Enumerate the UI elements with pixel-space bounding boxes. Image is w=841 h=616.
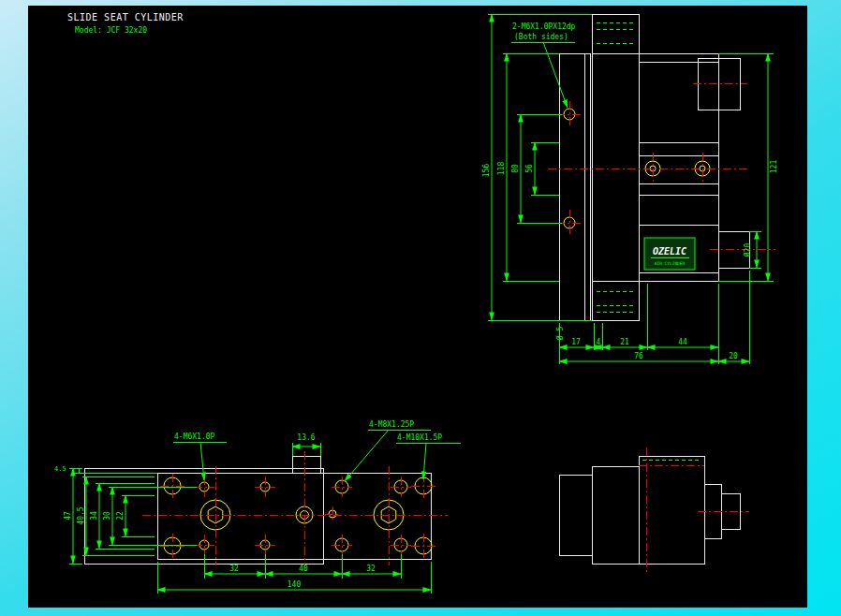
top-view-outline bbox=[84, 456, 431, 564]
dim-34: 34 bbox=[90, 511, 98, 521]
dim-118: 118 bbox=[497, 162, 506, 176]
drawing-title: SLIDE SEAT CYLINDER bbox=[67, 12, 184, 22]
front-view-centerlines bbox=[548, 83, 775, 249]
side-body-outline bbox=[639, 456, 704, 564]
callout-m6: 4-M6X1.0P bbox=[174, 433, 215, 441]
side-plate-outline bbox=[559, 475, 592, 555]
dim-76: 76 bbox=[634, 352, 643, 360]
side-flange-outline bbox=[592, 466, 639, 564]
dim-80: 80 bbox=[511, 164, 520, 173]
top-view-callouts: 4-M6X1.0P 4-M8X1.25P 4-M10X1.5P bbox=[173, 420, 461, 481]
dim-dia-20: Ø20 bbox=[743, 243, 752, 257]
brand-subtitle: AIR CYLINDER bbox=[655, 261, 686, 266]
brand-stamp: OZELIC AIR CYLINDER bbox=[644, 238, 695, 270]
dim-22: 22 bbox=[116, 511, 125, 521]
dim-32-right: 32 bbox=[366, 565, 376, 573]
sensor-tab-outline bbox=[292, 456, 320, 473]
brand-name: OZELIC bbox=[653, 246, 686, 257]
front-view: 156 118 80 56 121 Ø20 17 4 21 44 76 20 Ø… bbox=[482, 14, 778, 364]
dim-21: 21 bbox=[620, 338, 629, 346]
hidden-port-lines bbox=[597, 22, 634, 312]
front-view-outline bbox=[559, 14, 749, 320]
top-view: 4.5 47 40.5 34 30 22 32 40 32 140 13.6 4… bbox=[54, 420, 461, 594]
note-m6-thread: 2-M6X1.0PX12dp bbox=[512, 22, 576, 31]
dim-156: 156 bbox=[482, 164, 491, 178]
dim-4: 4 bbox=[597, 338, 601, 346]
port-callout: 2-M6X1.0PX12dp (Both sides) bbox=[511, 22, 576, 108]
cad-drawing: SLIDE SEAT CYLINDER Model: JCF 32x20 bbox=[28, 6, 807, 608]
drawing-canvas: SLIDE SEAT CYLINDER Model: JCF 32x20 bbox=[28, 6, 807, 608]
dim-40-5: 40.5 bbox=[77, 506, 85, 524]
drawing-model: Model: JCF 32x20 bbox=[75, 26, 147, 35]
dim-47: 47 bbox=[64, 511, 72, 521]
slide-plate-outline bbox=[559, 53, 590, 320]
callout-m8: 4-M8X1.25P bbox=[369, 420, 414, 429]
dim-20: 20 bbox=[729, 352, 738, 360]
dim-140: 140 bbox=[288, 580, 302, 589]
cad-app-background: { "title_block": { "title": "SLIDE SEAT … bbox=[0, 0, 841, 616]
dim-32-left: 32 bbox=[229, 565, 239, 573]
top-view-dimensions: 4.5 47 40.5 34 30 22 32 40 32 140 13.6 bbox=[54, 433, 431, 594]
note-both-sides: (Both sides) bbox=[514, 33, 568, 41]
dim-30: 30 bbox=[103, 511, 111, 521]
dim-4-5: 4.5 bbox=[54, 465, 66, 473]
flange-outline bbox=[592, 14, 639, 320]
dim-121: 121 bbox=[770, 160, 778, 174]
callout-m10: 4-M10X1.5P bbox=[397, 433, 442, 442]
side-view bbox=[559, 447, 749, 573]
dim-40: 40 bbox=[299, 565, 308, 573]
dim-dia-5: Ø 5 bbox=[555, 327, 565, 341]
dim-17: 17 bbox=[571, 338, 581, 346]
title-block: SLIDE SEAT CYLINDER Model: JCF 32x20 bbox=[67, 12, 184, 35]
dim-44: 44 bbox=[678, 338, 687, 346]
dim-56: 56 bbox=[525, 164, 534, 173]
dim-13-6: 13.6 bbox=[297, 433, 315, 442]
mounting-plate-outline bbox=[157, 473, 431, 559]
